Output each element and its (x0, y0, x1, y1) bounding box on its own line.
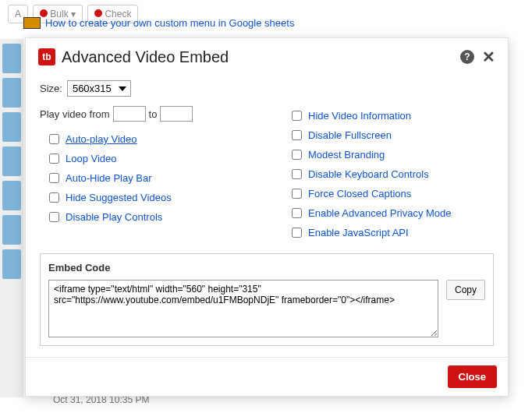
close-icon[interactable]: ✕ (482, 48, 495, 66)
privacy-label[interactable]: Enable Advanced Privacy Mode (308, 207, 452, 219)
hidesuggested-checkbox[interactable] (49, 192, 59, 203)
disablefullscreen-label[interactable]: Disable Fullscreen (308, 129, 392, 141)
modestbranding-label[interactable]: Modest Branding (308, 149, 385, 161)
bg-sidebar (0, 39, 23, 397)
help-icon[interactable]: ? (460, 50, 474, 64)
advanced-video-embed-modal: tb Advanced Video Embed ? ✕ Size: 560x31… (25, 37, 509, 397)
embed-code-section: Embed Code <iframe type="text/html" widt… (40, 253, 494, 346)
bg-video-link: How to create your own custom menu in Go… (45, 17, 294, 29)
play-from-input[interactable] (113, 106, 146, 122)
loop-label[interactable]: Loop Video (66, 153, 117, 164)
close-button[interactable]: Close (448, 365, 497, 388)
tubebuddy-logo-icon: tb (38, 48, 55, 65)
modal-footer: Close (26, 357, 508, 396)
play-to-label: to (149, 108, 158, 120)
video-thumbnail-icon (23, 17, 41, 29)
jsapi-label[interactable]: Enable JavaScript API (308, 227, 409, 238)
hideinfo-checkbox[interactable] (292, 111, 302, 121)
privacy-checkbox[interactable] (292, 208, 302, 218)
forcecc-checkbox[interactable] (292, 189, 302, 199)
left-options-column: Play video from to Auto-play Video Loop … (40, 106, 251, 242)
disablecontrols-checkbox[interactable] (49, 212, 59, 222)
size-select[interactable]: 560x315 (67, 80, 131, 97)
play-from-label: Play video from (40, 108, 110, 120)
right-options-column: Hide Video Information Disable Fullscree… (282, 106, 494, 242)
autohide-checkbox[interactable] (49, 173, 59, 183)
disablefullscreen-checkbox[interactable] (292, 130, 302, 140)
disablekeyboard-checkbox[interactable] (292, 169, 302, 179)
embed-code-textarea[interactable]: <iframe type="text/html" width="560" hei… (48, 280, 438, 337)
autohide-label[interactable]: Auto-Hide Play Bar (66, 172, 152, 184)
hideinfo-label[interactable]: Hide Video Information (308, 110, 411, 122)
autoplay-checkbox[interactable] (49, 134, 59, 144)
disablekeyboard-label[interactable]: Disable Keyboard Controls (308, 168, 429, 180)
forcecc-label[interactable]: Force Closed Captions (308, 188, 411, 199)
modestbranding-checkbox[interactable] (292, 150, 302, 160)
loop-checkbox[interactable] (49, 154, 59, 164)
size-label: Size: (40, 83, 62, 94)
disablecontrols-label[interactable]: Disable Play Controls (66, 211, 162, 223)
modal-title: Advanced Video Embed (62, 48, 460, 66)
embed-code-title: Embed Code (48, 262, 485, 274)
modal-header: tb Advanced Video Embed ? ✕ (26, 38, 508, 74)
autoplay-label[interactable]: Auto-play Video (66, 133, 137, 145)
jsapi-checkbox[interactable] (292, 228, 302, 238)
hidesuggested-label[interactable]: Hide Suggested Videos (66, 192, 172, 203)
copy-button[interactable]: Copy (446, 280, 485, 300)
play-to-input[interactable] (160, 106, 193, 122)
